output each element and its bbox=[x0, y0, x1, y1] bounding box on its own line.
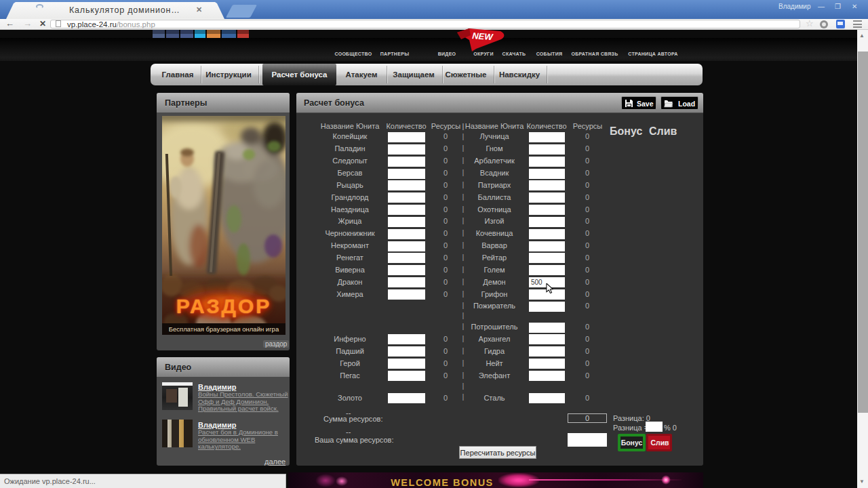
svg-text:NEW: NEW bbox=[472, 30, 494, 42]
